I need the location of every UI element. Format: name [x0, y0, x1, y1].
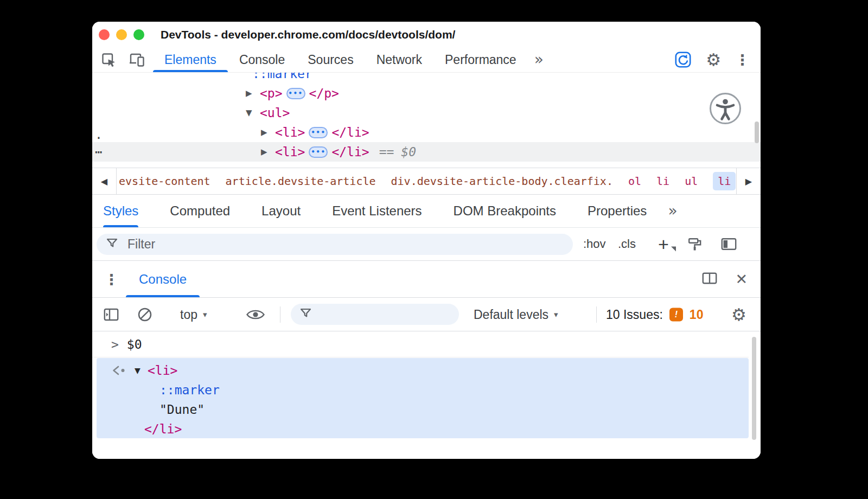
create-live-expression-icon[interactable]	[246, 308, 265, 322]
breadcrumb-back-button[interactable]: ◀	[92, 168, 117, 194]
panel-tabs: Elements Console Sources Network Perform…	[153, 47, 528, 72]
more-sidebar-tabs-icon[interactable]: »	[668, 195, 677, 227]
tab-layout[interactable]: Layout	[246, 195, 316, 227]
close-window-button[interactable]	[99, 29, 110, 40]
device-toolbar-icon[interactable]	[129, 52, 145, 68]
breadcrumb-item[interactable]: evsite-content	[119, 175, 210, 188]
expand-children-icon[interactable]: •••	[286, 88, 305, 99]
tab-network[interactable]: Network	[365, 47, 433, 72]
tab-console[interactable]: Console	[228, 47, 296, 72]
console-result-highlighted[interactable]: ▼ <li> ::marker "Dune" </li>	[97, 358, 749, 438]
expand-children-icon[interactable]: •••	[309, 127, 328, 138]
expand-arrow-icon[interactable]: ▶	[246, 88, 260, 98]
tag-close: </li>	[331, 125, 369, 139]
issues-count: 10	[690, 307, 704, 322]
tab-network-label: Network	[376, 53, 422, 67]
expand-children-icon[interactable]: •••	[309, 146, 328, 158]
breadcrumb-item[interactable]: li	[656, 175, 669, 188]
log-levels-selector[interactable]: Default levels ▾	[474, 307, 558, 322]
result-open-tag-row[interactable]: ▼ <li>	[97, 361, 749, 380]
sync-extension-icon[interactable]	[674, 51, 692, 68]
expand-arrow-icon[interactable]: ▶	[261, 127, 275, 137]
minimize-window-button[interactable]	[116, 29, 127, 40]
zoom-window-button[interactable]	[133, 29, 144, 40]
console-filter-field[interactable]	[291, 304, 459, 325]
tree-node-p[interactable]: ▶ <p> ••• </p>	[92, 84, 761, 103]
inspect-element-icon[interactable]	[101, 52, 117, 68]
console-scrollbar-thumb[interactable]	[752, 337, 756, 440]
new-style-rule-button[interactable]: +	[658, 234, 669, 255]
breadcrumb-item-selected[interactable]: li	[713, 172, 736, 190]
toggle-element-state-button[interactable]: :hov	[583, 237, 606, 251]
rendering-emulation-icon[interactable]	[687, 236, 703, 252]
accessibility-icon[interactable]	[710, 93, 741, 124]
styles-filter-input[interactable]	[127, 237, 507, 252]
tab-sources-label: Sources	[308, 53, 353, 67]
result-text-row[interactable]: "Dune"	[97, 400, 749, 419]
result-close-tag-row[interactable]: </li>	[97, 419, 749, 439]
traffic-lights	[99, 29, 144, 40]
collapse-arrow-icon[interactable]: ▼	[246, 108, 260, 118]
issues-counter[interactable]: 10 Issues: ! 10	[606, 307, 703, 322]
elements-scrollbar-thumb[interactable]	[755, 121, 759, 143]
tab-styles[interactable]: Styles	[92, 195, 154, 227]
tree-node-marker-clipped[interactable]: ::marker	[92, 73, 761, 84]
breadcrumb-forward-button[interactable]: ▶	[736, 168, 761, 194]
breadcrumb-item[interactable]: article.devsite-article	[226, 175, 376, 188]
tag-open: <li>	[148, 363, 177, 378]
tab-styles-label: Styles	[103, 203, 138, 219]
filter-funnel-icon	[105, 236, 119, 252]
close-drawer-icon[interactable]: ✕	[735, 272, 748, 286]
tree-node-ul[interactable]: ▼ <ul>	[92, 103, 761, 123]
result-marker-row[interactable]: ::marker	[97, 380, 749, 400]
tab-event-listeners[interactable]: Event Listeners	[316, 195, 437, 227]
settings-gear-icon[interactable]: ⚙	[706, 52, 721, 68]
titlebar: DevTools - developer.chrome.com/docs/dev…	[92, 22, 761, 47]
tab-properties[interactable]: Properties	[572, 195, 662, 227]
toggle-sidebar-icon[interactable]	[720, 238, 737, 251]
tab-sources[interactable]: Sources	[296, 47, 365, 72]
tab-elements[interactable]: Elements	[153, 47, 228, 72]
tree-node-li-2-selected[interactable]: ▶ <li> ••• </li> == $0	[92, 142, 761, 162]
console-sidebar-icon[interactable]	[103, 308, 119, 322]
tab-event-listeners-label: Event Listeners	[332, 203, 422, 219]
drawer-tab-console-label: Console	[139, 272, 187, 287]
expand-arrow-icon[interactable]: ▶	[261, 147, 275, 157]
console-evaluated-expression[interactable]: > $0	[92, 331, 749, 357]
log-levels-label: Default levels	[474, 307, 548, 322]
styles-filter-bar: :hov .cls +	[92, 228, 761, 261]
breadcrumb-item[interactable]: ul	[685, 175, 698, 188]
tab-performance[interactable]: Performance	[433, 47, 528, 72]
context-label: top	[180, 307, 197, 322]
tab-layout-label: Layout	[261, 203, 301, 219]
drawer-tab-console[interactable]: Console	[126, 261, 200, 297]
breadcrumb: evsite-content article.devsite-article d…	[119, 168, 736, 194]
toggle-class-button[interactable]: .cls	[618, 237, 636, 251]
drawer-menu-kebab-icon[interactable]: ⋮	[104, 272, 119, 286]
console-settings-gear-icon[interactable]: ⚙	[731, 306, 746, 323]
main-toolbar: Elements Console Sources Network Perform…	[92, 47, 761, 73]
execution-context-selector[interactable]: top ▾	[180, 307, 207, 322]
string-value: "Dune"	[159, 402, 205, 417]
tab-elements-label: Elements	[164, 53, 216, 67]
breadcrumb-item[interactable]: div.devsite-article-body.clearfix.	[391, 175, 613, 188]
styles-panel-tabs: Styles Computed Layout Event Listeners D…	[92, 195, 761, 228]
tab-dom-breakpoints[interactable]: DOM Breakpoints	[438, 195, 572, 227]
console-drawer-header: ⋮ Console ✕	[92, 261, 761, 298]
devtools-window: DevTools - developer.chrome.com/docs/dev…	[92, 22, 761, 459]
pseudo-element-label: ::marker	[159, 383, 220, 397]
split-panel-icon[interactable]	[701, 272, 718, 287]
tree-node-li-1[interactable]: ▶ <li> ••• </li>	[92, 123, 761, 142]
prompt-chevron-icon: >	[111, 337, 119, 351]
main-menu-kebab-icon[interactable]: ⋮	[735, 53, 750, 67]
styles-filter-field[interactable]	[97, 234, 573, 255]
more-panels-icon[interactable]: »	[534, 52, 544, 67]
exclamation-icon: !	[675, 310, 678, 319]
returned-value-icon	[111, 364, 127, 376]
breadcrumb-item[interactable]: ol	[628, 175, 641, 188]
issue-warning-icon: !	[669, 308, 683, 321]
collapse-arrow-icon[interactable]: ▼	[135, 366, 148, 375]
toolbar-divider	[596, 306, 597, 323]
tab-computed[interactable]: Computed	[154, 195, 246, 227]
clear-console-icon[interactable]	[137, 306, 153, 323]
